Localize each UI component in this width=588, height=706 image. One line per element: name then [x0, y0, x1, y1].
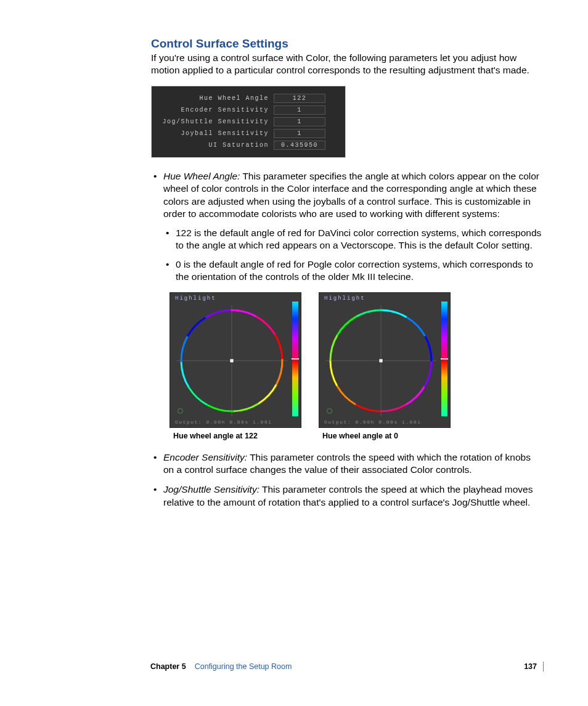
wheel-caption-0: Hue wheel angle at 0: [322, 432, 451, 440]
intro-paragraph: If you're using a control surface with C…: [151, 52, 542, 77]
setting-row: Jog/Shuttle Sensitivity 1: [158, 117, 339, 126]
hue-slider: [441, 302, 447, 416]
setting-label: Jog/Shuttle Sensitivity: [158, 118, 274, 125]
bullet-jog: Jog/Shuttle Sensitivity: This parameter …: [151, 483, 542, 509]
output-readout: Output: 0.00h 0.00s 1.00l: [175, 419, 272, 425]
term-hue-wheel: Hue Wheel Angle:: [163, 171, 240, 181]
bullet-hue-wheel: Hue Wheel Angle: This parameter specifie…: [151, 170, 542, 284]
setting-label: UI Saturation: [158, 142, 274, 149]
setting-row: Hue Wheel Angle 122: [158, 94, 339, 103]
svg-rect-29: [379, 359, 383, 363]
setting-label: Hue Wheel Angle: [158, 95, 274, 102]
settings-panel: Hue Wheel Angle 122 Encoder Sensitivity …: [151, 86, 346, 158]
hue-wheel-icon: [325, 305, 436, 416]
footer-page-number: 137: [518, 662, 537, 671]
sub-bullet-122: 122 is the default angle of red for DaVi…: [163, 227, 542, 252]
section-heading: Control Surface Settings: [151, 37, 542, 51]
bullet-encoder: Encoder Sensitivity: This parameter cont…: [151, 451, 542, 477]
setting-row: Joyball Sensitivity 1: [158, 129, 339, 138]
setting-value: 1: [274, 129, 325, 138]
hue-wheel-panel-0: Highlight: [319, 292, 451, 428]
wheel-caption-122: Hue wheel angle at 122: [173, 432, 301, 440]
wheel-figures: Highlight: [169, 292, 542, 440]
highlight-label: Highlight: [324, 295, 365, 302]
page-footer: Chapter 5 Configuring the Setup Room 137: [150, 662, 544, 671]
setting-value: 0.435950: [274, 141, 325, 150]
term-encoder: Encoder Sensitivity:: [163, 452, 247, 462]
setting-value: 1: [274, 105, 325, 115]
reset-dot-icon: [178, 408, 183, 414]
setting-label: Joyball Sensitivity: [158, 130, 274, 137]
term-jog: Jog/Shuttle Sensitivity:: [163, 484, 259, 495]
setting-row: UI Saturation 0.435950: [158, 141, 339, 150]
setting-value: 122: [274, 94, 325, 103]
hue-wheel-panel-122: Highlight: [169, 292, 301, 428]
svg-rect-14: [230, 359, 234, 363]
reset-dot-icon: [327, 408, 332, 414]
hue-wheel-icon: [176, 305, 287, 416]
setting-row: Encoder Sensitivity 1: [158, 105, 339, 115]
output-readout: Output: 0.00h 0.00s 1.00l: [324, 419, 422, 425]
setting-label: Encoder Sensitivity: [158, 107, 274, 113]
highlight-label: Highlight: [175, 295, 216, 302]
hue-slider: [292, 302, 298, 416]
footer-chapter: Chapter 5: [150, 662, 186, 671]
setting-value: 1: [274, 117, 325, 126]
sub-bullet-0: 0 is the default angle of red for Pogle …: [163, 258, 542, 284]
footer-title: Configuring the Setup Room: [195, 662, 292, 671]
